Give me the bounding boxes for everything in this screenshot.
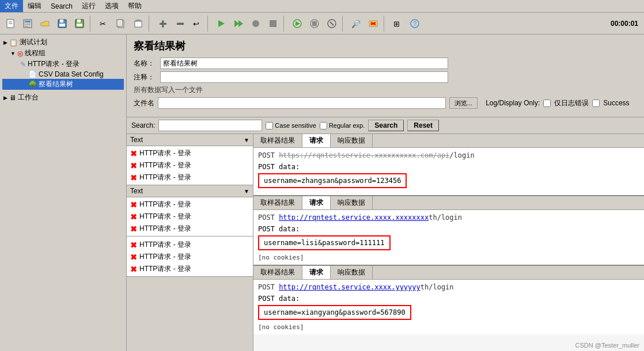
list-item[interactable]: ✖ HTTP请求 - 登录 xyxy=(128,159,252,171)
detail-tabs-2: 取样器结果 请求 响应数据 xyxy=(253,196,644,210)
save-as-button[interactable] xyxy=(71,16,88,32)
tab-sampler-results-3[interactable]: 取样器结果 xyxy=(253,266,302,279)
item-label: HTTP请求 - 登录 xyxy=(139,148,191,158)
tab-response-data-2[interactable]: 响应数据 xyxy=(331,196,373,209)
reset-button[interactable]: ↩ xyxy=(189,16,205,32)
regular-exp-check: Regular exp. xyxy=(320,122,365,129)
start-no-pause-button[interactable] xyxy=(230,16,247,32)
success-checkbox[interactable] xyxy=(592,100,600,107)
save-button[interactable] xyxy=(54,16,70,32)
tree-item-workbench[interactable]: ▶ 🖥 工作台 xyxy=(2,92,124,103)
svg-point-24 xyxy=(252,20,259,27)
new-button[interactable] xyxy=(2,16,18,32)
svg-rect-29 xyxy=(312,21,317,26)
menu-options[interactable]: 选项 xyxy=(100,0,123,12)
log-display-label: Log/Display Only: xyxy=(486,99,540,107)
text-section-1-label: Text xyxy=(130,136,143,144)
menu-file[interactable]: 文件 xyxy=(0,0,23,12)
list-item[interactable]: ✖ HTTP请求 - 登录 xyxy=(128,223,252,235)
name-input[interactable] xyxy=(160,58,448,69)
tree-item-view-results-tree[interactable]: 🌳 察看结果树 xyxy=(2,79,124,90)
menu-run[interactable]: 运行 xyxy=(77,0,100,12)
item-label: HTTP请求 - 登录 xyxy=(139,240,191,250)
stop-button[interactable] xyxy=(248,16,264,32)
filename-input[interactable] xyxy=(158,97,446,109)
list-item[interactable]: ✖ HTTP请求 - 登录 xyxy=(128,147,252,159)
detail-section-2: 取样器结果 请求 响应数据 POST http://rqntest.servic… xyxy=(253,196,644,266)
tab-sampler-results-1[interactable]: 取样器结果 xyxy=(253,134,302,147)
log-only-checkbox[interactable] xyxy=(543,100,551,107)
tab-request-2[interactable]: 请求 xyxy=(302,196,331,209)
tab-request-3[interactable]: 请求 xyxy=(302,266,331,279)
list-item[interactable]: ✖ HTTP请求 - 登录 xyxy=(128,251,252,263)
tree-item-test-plan[interactable]: ▶ 📋 测试计划 xyxy=(2,37,124,48)
search-input[interactable] xyxy=(158,120,262,131)
error-icon: ✖ xyxy=(130,265,137,274)
left-results-panel: Text ▼ ✖ HTTP请求 - 登录 ✖ HTTP请求 - 登录 xyxy=(127,134,253,351)
list-item[interactable]: ✖ HTTP请求 - 登录 xyxy=(128,199,252,211)
menu-edit[interactable]: 编辑 xyxy=(23,0,46,12)
note-text: 所有数据写入一个文件 xyxy=(134,85,637,95)
menu-search[interactable]: Search xyxy=(46,1,77,12)
browse-button[interactable]: 浏览... xyxy=(449,97,478,109)
tree-item-http-request[interactable]: ✎ HTTP请求 - 登录 xyxy=(2,59,124,70)
tab-request-1[interactable]: 请求 xyxy=(302,134,331,147)
separator-2 xyxy=(149,16,152,32)
shutdown-button[interactable] xyxy=(265,16,281,32)
filename-label: 文件名 xyxy=(134,98,154,108)
search-result-button[interactable]: 🔎 xyxy=(348,16,364,32)
tab-response-data-3[interactable]: 响应数据 xyxy=(331,266,373,279)
list-item[interactable]: ✖ HTTP请求 - 登录 xyxy=(128,171,252,184)
error-icon: ✖ xyxy=(130,253,137,262)
help-button[interactable]: ? xyxy=(407,16,423,32)
regular-exp-checkbox[interactable] xyxy=(320,122,327,129)
remote-stop-button[interactable] xyxy=(306,16,323,32)
svg-rect-17 xyxy=(135,21,142,27)
csv-icon: 📄 xyxy=(28,70,37,78)
function-helper-button[interactable]: ⊞ xyxy=(389,16,406,32)
paste-button[interactable] xyxy=(130,16,146,32)
tree-item-csv-config[interactable]: 📄 CSV Data Set Config xyxy=(2,70,124,79)
item-label: HTTP请求 - 登录 xyxy=(139,212,191,222)
svg-rect-25 xyxy=(270,20,276,27)
detail-section-1: 取样器结果 请求 响应数据 POST https://rqntestservic… xyxy=(253,134,644,196)
menu-help[interactable]: 帮助 xyxy=(123,0,146,12)
success-label: Success xyxy=(603,99,629,107)
url-link-2[interactable]: http://rqntest.service.xxxx.xxxxxxxx xyxy=(279,213,429,222)
error-icon: ✖ xyxy=(130,149,137,158)
case-sensitive-check: Case sensitive xyxy=(266,122,316,129)
test-plan-label: 测试计划 xyxy=(20,37,47,47)
remote-shutdown-button[interactable] xyxy=(324,16,340,32)
tab-response-data-1[interactable]: 响应数据 xyxy=(331,134,373,147)
cut-button[interactable]: ✂ xyxy=(96,16,112,32)
case-sensitive-checkbox[interactable] xyxy=(266,122,273,129)
start-button[interactable] xyxy=(213,16,229,32)
reset-button[interactable]: Reset xyxy=(407,120,439,131)
error-icon: ✖ xyxy=(130,173,137,182)
dropdown-arrow-2[interactable]: ▼ xyxy=(244,188,249,194)
expand-button[interactable]: ➕ xyxy=(154,16,171,32)
text-header-1: Text ▼ xyxy=(127,134,253,146)
tree-item-thread-group[interactable]: ▼ ◎ 线程组 xyxy=(2,48,124,59)
clear-all-button[interactable] xyxy=(365,16,381,32)
comment-input[interactable] xyxy=(160,71,448,83)
collapse-button[interactable]: ➖ xyxy=(172,16,188,32)
remote-start-button[interactable] xyxy=(289,16,305,32)
list-item[interactable]: ✖ HTTP请求 - 登录 xyxy=(128,263,252,275)
dropdown-arrow-1[interactable]: ▼ xyxy=(244,137,249,143)
watermark: CSDN @Tester_muller xyxy=(575,342,639,349)
csv-config-label: CSV Data Set Config xyxy=(39,70,104,78)
copy-button[interactable] xyxy=(113,16,129,32)
url-link-1[interactable]: https://rqntestservice.xxxxxxxxxx.com/ap… xyxy=(279,151,449,159)
url-link-3[interactable]: http://rqntest.service.xxxx.yyyyyy xyxy=(279,283,421,291)
search-button[interactable]: Search xyxy=(368,120,404,131)
post-label-3: POST data: xyxy=(258,295,639,303)
tab-sampler-results-2[interactable]: 取样器结果 xyxy=(253,196,302,209)
list-item[interactable]: ✖ HTTP请求 - 登录 xyxy=(128,239,252,251)
url-line-2: POST http://rqntest.service.xxxx.xxxxxxx… xyxy=(258,213,639,222)
error-icon: ✖ xyxy=(130,212,137,222)
list-item[interactable]: ✖ HTTP请求 - 登录 xyxy=(128,211,252,223)
open-button[interactable] xyxy=(37,16,53,32)
templates-button[interactable] xyxy=(20,16,36,32)
item-label: HTTP请求 - 登录 xyxy=(139,173,191,182)
